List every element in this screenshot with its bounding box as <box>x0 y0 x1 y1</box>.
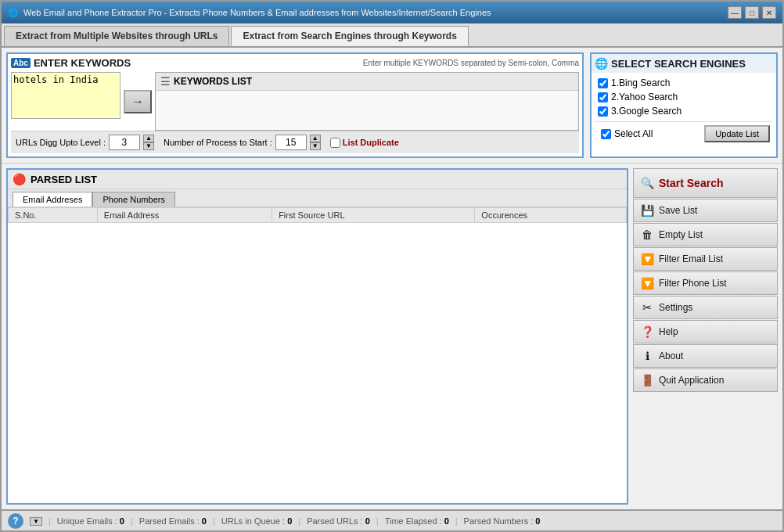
start-search-button[interactable]: 🔍 Start Search <box>633 168 778 198</box>
quit-button[interactable]: 🚪 Quit Application <box>633 368 778 392</box>
engine-yahoo: 2.Yahoo Search <box>595 90 773 104</box>
quit-icon: 🚪 <box>640 374 654 386</box>
list-icon: ☰ <box>160 75 171 88</box>
num-process-input[interactable] <box>275 135 307 150</box>
urls-digg-spinners: ▲ ▼ <box>143 135 154 150</box>
tab-multiple-websites[interactable]: Extract from Multiple Websites through U… <box>4 26 229 46</box>
filter-phone-icon: 🔽 <box>640 277 654 289</box>
keywords-hint: Enter multiple KEYWORDS separated by Sem… <box>134 59 579 67</box>
select-all-row: Select All Update List <box>595 121 773 146</box>
status-dropdown-arrow[interactable]: ▼ <box>30 517 42 526</box>
select-all-label[interactable]: Select All <box>598 127 656 141</box>
engine-bing-checkbox[interactable] <box>598 78 608 88</box>
search-icon: 🔍 <box>640 177 654 189</box>
keywords-panel: Abc ENTER KEYWORDS Enter multiple KEYWOR… <box>6 52 584 158</box>
keywords-panel-header: Abc ENTER KEYWORDS Enter multiple KEYWOR… <box>11 57 579 69</box>
keywords-list-header: ☰ KEYWORDS LIST <box>156 73 578 91</box>
parsed-list-title: PARSED LIST <box>31 174 97 185</box>
status-bar: ? ▼ | Unique Emails : 0 | Parsed Emails … <box>2 509 782 531</box>
status-unique-emails: Unique Emails : 0 <box>57 516 124 526</box>
urls-digg-up[interactable]: ▲ <box>143 135 154 142</box>
parsed-tabs-bar: Email Addreses Phone Numbers <box>8 189 627 207</box>
filter-phone-button[interactable]: 🔽 Filter Phone List <box>633 271 778 295</box>
settings-icon: ✂ <box>640 301 654 314</box>
col-sno: S.No. <box>9 208 98 223</box>
col-url: First Source URL <box>272 208 475 223</box>
email-table: S.No. Email Address First Source URL Occ… <box>8 207 627 223</box>
maximize-button[interactable]: □ <box>745 6 759 19</box>
save-list-button[interactable]: 💾 Save List <box>633 199 778 222</box>
status-parsed-numbers: Parsed Numbers : 0 <box>464 516 541 526</box>
about-icon: ℹ <box>640 350 654 362</box>
engine-bing-label: 1.Bing Search <box>611 77 670 88</box>
num-process-group: Number of Process to Start : ▲ ▼ <box>164 135 321 150</box>
email-table-container: S.No. Email Address First Source URL Occ… <box>8 207 627 503</box>
update-list-button[interactable]: Update List <box>704 125 770 142</box>
parsed-list-icon: 🔴 <box>13 173 26 185</box>
parsed-panel: 🔴 PARSED LIST Email Addreses Phone Numbe… <box>6 168 628 505</box>
options-row: URLs Digg Upto Level : ▲ ▼ Number of Pro… <box>11 131 579 153</box>
search-engines-title: SELECT SEARCH ENGINES <box>611 58 746 70</box>
status-parsed-urls: Parsed URLs : 0 <box>307 516 370 526</box>
main-tabs-bar: Extract from Multiple Websites through U… <box>2 23 782 48</box>
urls-digg-group: URLs Digg Upto Level : ▲ ▼ <box>16 135 154 150</box>
add-keyword-button[interactable]: → <box>124 90 152 113</box>
engine-google: 3.Google Search <box>595 104 773 118</box>
engine-google-checkbox[interactable] <box>598 106 608 117</box>
table-header-row: S.No. Email Address First Source URL Occ… <box>9 208 627 223</box>
urls-digg-input[interactable] <box>109 135 140 150</box>
about-button[interactable]: ℹ About <box>633 344 778 368</box>
select-all-checkbox[interactable] <box>601 129 611 139</box>
status-urls-queue: URLs in Queue : 0 <box>221 516 292 526</box>
urls-digg-label: URLs Digg Upto Level : <box>16 138 106 147</box>
filter-email-button[interactable]: 🔽 Filter Email List <box>633 247 778 271</box>
keywords-panel-title: ENTER KEYWORDS <box>34 57 131 69</box>
status-parsed-emails: Parsed Emails : 0 <box>139 516 207 526</box>
close-button[interactable]: ✕ <box>762 6 776 19</box>
save-icon: 💾 <box>640 204 654 217</box>
tab-phone-numbers[interactable]: Phone Numbers <box>92 192 175 207</box>
parsed-panel-header: 🔴 PARSED LIST <box>8 170 627 189</box>
tab-email-addresses[interactable]: Email Addreses <box>13 192 92 207</box>
settings-button[interactable]: ✂ Settings <box>633 296 778 319</box>
filter-email-icon: 🔽 <box>640 253 654 265</box>
engine-yahoo-checkbox[interactable] <box>598 92 608 102</box>
num-process-spinners: ▲ ▼ <box>310 135 321 150</box>
empty-list-button[interactable]: 🗑 Empty List <box>633 223 778 246</box>
engine-yahoo-label: 2.Yahoo Search <box>611 92 678 102</box>
urls-digg-down[interactable]: ▼ <box>143 142 154 150</box>
col-email: Email Address <box>97 208 272 223</box>
keywords-list-content <box>156 91 578 130</box>
keywords-input-row: → ☰ KEYWORDS LIST <box>11 72 579 131</box>
help-button[interactable]: ❓ Help <box>633 320 778 343</box>
title-bar: 🌐 Web Email and Phone Extractor Pro - Ex… <box>2 2 782 23</box>
engine-bing: 1.Bing Search <box>595 76 773 90</box>
num-process-label: Number of Process to Start : <box>164 138 272 147</box>
app-icon: 🌐 <box>8 8 19 18</box>
right-action-panel: 🔍 Start Search 💾 Save List 🗑 Empty List … <box>633 168 778 505</box>
globe-icon: 🌐 <box>595 57 608 70</box>
status-time-elapsed: Time Elapsed : 0 <box>385 516 449 526</box>
search-engines-panel: 🌐 SELECT SEARCH ENGINES 1.Bing Search 2.… <box>590 52 778 158</box>
search-engines-header: 🌐 SELECT SEARCH ENGINES <box>592 54 776 73</box>
bottom-section: 🔴 PARSED LIST Email Addreses Phone Numbe… <box>2 164 782 509</box>
keywords-input[interactable] <box>11 72 120 119</box>
engine-google-label: 3.Google Search <box>611 106 682 117</box>
list-duplicate-label[interactable]: List Duplicate <box>330 138 399 148</box>
keywords-list-title: KEYWORDS LIST <box>174 76 252 87</box>
title-bar-controls: — □ ✕ <box>728 6 776 19</box>
minimize-button[interactable]: — <box>728 6 742 19</box>
num-process-down[interactable]: ▼ <box>310 142 321 150</box>
top-section: Abc ENTER KEYWORDS Enter multiple KEYWOR… <box>2 48 782 164</box>
tab-search-engines[interactable]: Extract from Search Engines through Keyw… <box>231 26 468 46</box>
help-icon: ❓ <box>640 325 654 338</box>
empty-icon: 🗑 <box>640 228 654 241</box>
keywords-list-panel: ☰ KEYWORDS LIST <box>155 72 579 131</box>
num-process-up[interactable]: ▲ <box>310 135 321 142</box>
abc-icon: Abc <box>11 58 31 68</box>
list-duplicate-checkbox[interactable] <box>330 138 340 148</box>
status-help-button[interactable]: ? <box>8 513 23 529</box>
title-bar-left: 🌐 Web Email and Phone Extractor Pro - Ex… <box>8 8 491 18</box>
window-title: Web Email and Phone Extractor Pro - Extr… <box>23 8 491 17</box>
col-occ: Occurences <box>475 208 627 223</box>
